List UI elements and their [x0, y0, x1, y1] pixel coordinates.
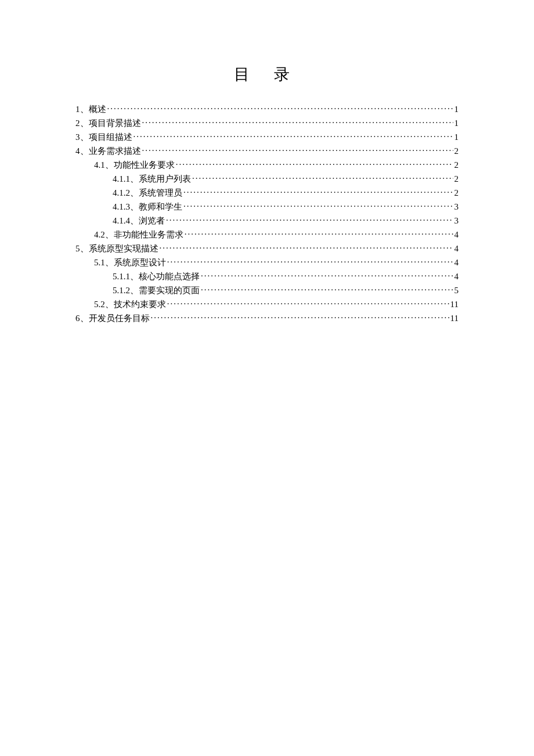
toc-dots [201, 285, 453, 293]
toc-entry: 5.1.1、核心功能点选择4 [113, 269, 459, 283]
toc-dots [176, 159, 453, 168]
toc-dots [167, 257, 453, 265]
toc-entry-label: 5.1.1、核心功能点选择 [113, 269, 200, 283]
toc-entry-page: 4 [454, 269, 459, 283]
toc-entry: 6、开发员任务目标11 [75, 311, 459, 325]
toc-entry: 4.1、功能性业务要求2 [94, 158, 459, 172]
toc-entry-label: 5、系统原型实现描述 [75, 242, 158, 255]
toc-entry-page: 2 [454, 158, 459, 172]
toc-entry: 4.1.3、教师和学生3 [113, 200, 459, 214]
toc-dots [107, 103, 453, 112]
toc-entry-label: 4.1、功能性业务要求 [94, 158, 175, 172]
toc-entry: 3、项目组描述1 [75, 130, 459, 144]
toc-entry-page: 4 [454, 228, 459, 242]
toc-entry: 4.1.2、系统管理员2 [113, 186, 459, 200]
toc-entry-label: 6、开发员任务目标 [75, 311, 150, 325]
toc-dots [166, 215, 453, 224]
toc-entry-label: 4.1.3、教师和学生 [113, 200, 182, 214]
toc-dots [185, 229, 453, 237]
toc-entry-page: 2 [454, 172, 459, 186]
toc-dots [183, 187, 453, 196]
toc-entry-label: 1、概述 [75, 102, 106, 116]
toc-entry-page: 3 [454, 214, 459, 228]
toc-entry: 5.2、技术约束要求11 [94, 297, 459, 311]
toc-entry-page: 2 [454, 186, 459, 200]
toc-entry: 4、业务需求描述2 [75, 144, 459, 158]
toc-entry-label: 4.1.4、浏览者 [113, 214, 165, 228]
toc-entry-page: 4 [454, 255, 459, 269]
toc-entry-page: 2 [454, 144, 459, 158]
toc-entry-label: 4.1.2、系统管理员 [113, 186, 182, 200]
toc-entry: 5.1、系统原型设计4 [94, 255, 459, 269]
toc-dots [134, 131, 453, 140]
toc-entry: 4.1.1、系统用户列表2 [113, 172, 459, 186]
toc-entry: 5、系统原型实现描述4 [75, 242, 459, 255]
toc-entry: 4.2、非功能性业务需求4 [94, 228, 459, 242]
toc-dots [167, 298, 449, 307]
toc-entry: 4.1.4、浏览者3 [113, 214, 459, 228]
toc-entry-label: 5.1、系统原型设计 [94, 255, 166, 269]
toc-entry-page: 3 [454, 200, 459, 214]
toc-dots [192, 173, 453, 182]
toc-entry-label: 5.2、技术约束要求 [94, 297, 166, 311]
toc-dots [142, 145, 453, 154]
toc-entry-page: 1 [454, 102, 459, 116]
toc-list: 1、概述12、项目背景描述13、项目组描述14、业务需求描述24.1、功能性业务… [75, 102, 459, 325]
toc-entry-page: 4 [454, 242, 459, 255]
toc-entry: 1、概述1 [75, 102, 459, 116]
toc-entry-page: 11 [450, 311, 459, 325]
toc-entry-label: 3、项目组描述 [75, 130, 132, 144]
toc-dots [160, 243, 453, 251]
toc-entry-label: 4.2、非功能性业务需求 [94, 228, 183, 242]
toc-entry-label: 5.1.2、需要实现的页面 [113, 283, 200, 297]
toc-entry-label: 2、项目背景描述 [75, 116, 141, 130]
toc-dots [151, 312, 449, 321]
toc-entry-label: 4、业务需求描述 [75, 144, 141, 158]
toc-entry-page: 1 [454, 116, 459, 130]
toc-dots [183, 201, 453, 210]
toc-entry-page: 5 [454, 283, 459, 297]
toc-entry-label: 4.1.1、系统用户列表 [113, 172, 191, 186]
toc-entry-page: 1 [454, 130, 459, 144]
toc-entry: 2、项目背景描述1 [75, 116, 459, 130]
toc-entry: 5.1.2、需要实现的页面5 [113, 283, 459, 297]
page-title: 目 录 [75, 64, 459, 85]
toc-dots [201, 271, 453, 279]
toc-dots [142, 117, 453, 126]
toc-entry-page: 11 [450, 297, 459, 311]
